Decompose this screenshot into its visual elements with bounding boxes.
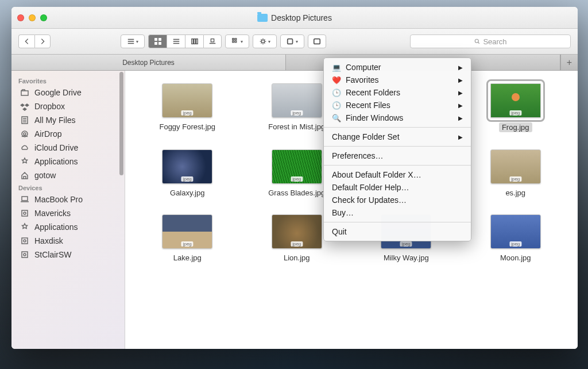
menu-item-check-for-updates-[interactable]: Check for Updates… bbox=[324, 194, 471, 206]
svg-rect-7 bbox=[211, 39, 214, 42]
search-field[interactable]: Search bbox=[410, 34, 571, 48]
menu-item-icon: 🔍 bbox=[332, 113, 341, 122]
sidebar-item-stclairsw[interactable]: StClairSW bbox=[11, 248, 125, 262]
file-thumbnail[interactable] bbox=[162, 214, 212, 249]
file-thumbnail[interactable] bbox=[162, 83, 212, 118]
file-name[interactable]: es.jpg bbox=[505, 189, 525, 197]
file-name[interactable]: Milky Way.jpg bbox=[384, 253, 429, 262]
menu-item-label: Favorites bbox=[346, 75, 379, 84]
sidebar-item-label: Applications bbox=[34, 222, 78, 232]
submenu-arrow-icon: ▶ bbox=[458, 134, 463, 140]
svg-point-25 bbox=[24, 253, 26, 256]
sidebar-item-haxdisk[interactable]: Haxdisk bbox=[11, 234, 125, 248]
sidebar-item-dropbox[interactable]: Dropbox bbox=[11, 99, 125, 113]
file-name[interactable]: Forest in Mist.jpg bbox=[268, 122, 325, 131]
file-thumbnail[interactable] bbox=[490, 83, 541, 118]
menu-item-recent-files[interactable]: 🕒 Recent Files ▶ bbox=[324, 99, 471, 112]
file-name[interactable]: Lake.jpg bbox=[173, 253, 202, 262]
menu-item-change-folder-set[interactable]: Change Folder Set ▶ bbox=[324, 130, 471, 143]
menu-item-quit[interactable]: Quit bbox=[324, 225, 471, 238]
sidebar-item-all-my-files[interactable]: All My Files bbox=[11, 113, 125, 127]
menu-item-label: Change Folder Set bbox=[332, 132, 400, 141]
arrange-button[interactable]: ▾ bbox=[225, 34, 249, 48]
file-thumbnail[interactable] bbox=[162, 149, 212, 184]
file-name[interactable]: Foggy Forest.jpg bbox=[159, 122, 215, 131]
file-thumbnail[interactable] bbox=[272, 214, 322, 249]
sidebar-item-gotow[interactable]: gotow bbox=[11, 168, 125, 182]
file-thumbnail[interactable] bbox=[490, 214, 541, 249]
file-thumbnail[interactable] bbox=[272, 149, 322, 184]
svg-rect-9 bbox=[235, 39, 237, 40]
sidebar-item-icon bbox=[20, 156, 30, 167]
file-name[interactable]: Frog.jpg bbox=[499, 122, 532, 132]
minimize-button[interactable] bbox=[29, 14, 36, 21]
file-item[interactable]: Galaxy.jpg bbox=[136, 149, 239, 197]
coverflow-view-button[interactable] bbox=[203, 34, 222, 48]
file-thumbnail[interactable] bbox=[490, 149, 541, 184]
menu-separator bbox=[324, 165, 471, 166]
icon-view-button[interactable] bbox=[148, 34, 167, 48]
zoom-button[interactable] bbox=[40, 14, 47, 21]
sidebar-item-icloud-drive[interactable]: iCloud Drive bbox=[11, 141, 125, 155]
sidebar-item-icon bbox=[20, 115, 30, 125]
file-item[interactable]: Lake.jpg bbox=[136, 214, 239, 262]
action-button[interactable]: ▾ bbox=[253, 34, 277, 48]
menu-item-label: Default Folder Help… bbox=[332, 183, 409, 192]
svg-point-21 bbox=[24, 212, 26, 214]
menu-item-label: Preferences… bbox=[332, 151, 383, 160]
svg-rect-6 bbox=[196, 39, 198, 44]
sidebar-item-macbook-pro[interactable]: MacBook Pro bbox=[11, 193, 125, 206]
sidebar-item-airdrop[interactable]: AirDrop bbox=[11, 127, 125, 141]
menu-item-label: Recent Folders bbox=[346, 88, 400, 97]
file-name[interactable]: Moon.jpg bbox=[500, 253, 531, 262]
menu-item-favorites[interactable]: ❤️ Favorites ▶ bbox=[324, 74, 471, 86]
sidebar-item-label: Google Drive bbox=[34, 88, 82, 97]
sidebar-toggle-button[interactable]: ▾ bbox=[121, 34, 145, 48]
dfx-folder-button[interactable] bbox=[308, 34, 326, 48]
menu-item-icon: 🕒 bbox=[332, 101, 341, 110]
svg-rect-1 bbox=[158, 39, 161, 41]
sidebar-item-icon bbox=[20, 222, 30, 232]
svg-rect-20 bbox=[22, 210, 28, 216]
tab-bar: Desktop Pictures + bbox=[11, 55, 578, 71]
tab-desktop-pictures[interactable]: Desktop Pictures bbox=[11, 55, 286, 70]
menu-item-recent-folders[interactable]: 🕒 Recent Folders ▶ bbox=[324, 86, 471, 99]
sidebar-header: Devices bbox=[11, 182, 125, 193]
file-name[interactable]: Lion.jpg bbox=[284, 253, 310, 262]
list-view-button[interactable] bbox=[167, 34, 185, 48]
sidebar-item-applications[interactable]: Applications bbox=[11, 155, 125, 168]
dfx-menu-button[interactable]: ▾ bbox=[280, 34, 304, 48]
file-name[interactable]: Galaxy.jpg bbox=[170, 189, 204, 197]
sidebar-item-applications[interactable]: Applications bbox=[11, 220, 125, 234]
new-tab-button[interactable]: + bbox=[560, 55, 578, 70]
submenu-arrow-icon: ▶ bbox=[458, 90, 463, 96]
file-name[interactable]: Grass Blades.jpg bbox=[268, 189, 325, 197]
forward-button[interactable] bbox=[34, 34, 51, 48]
file-item[interactable]: es.jpg bbox=[464, 149, 568, 197]
menu-item-icon: 💻 bbox=[332, 63, 341, 72]
toolbar: ▾ ▾ ▾ ▾ Search bbox=[11, 29, 578, 55]
sidebar-item-label: StClairSW bbox=[34, 250, 72, 259]
finder-window: Desktop Pictures ▾ ▾ ▾ ▾ bbox=[11, 7, 578, 349]
sidebar-item-label: iCloud Drive bbox=[34, 143, 78, 152]
menu-item-computer[interactable]: 💻 Computer ▶ bbox=[324, 61, 471, 74]
folder-icon bbox=[257, 14, 268, 22]
sidebar-scrollbar[interactable] bbox=[119, 72, 123, 175]
column-view-button[interactable] bbox=[185, 34, 203, 48]
sidebar-item-mavericks[interactable]: Mavericks bbox=[11, 206, 125, 220]
sidebar-item-google-drive[interactable]: Google Drive bbox=[11, 86, 125, 99]
menu-item-default-folder-help-[interactable]: Default Folder Help… bbox=[324, 181, 471, 194]
file-item[interactable]: Frog.jpg bbox=[464, 83, 568, 132]
menu-item-finder-windows[interactable]: 🔍 Finder Windows ▶ bbox=[324, 112, 471, 124]
back-button[interactable] bbox=[18, 34, 34, 48]
menu-item-about-default-folder-x-[interactable]: About Default Folder X… bbox=[324, 168, 471, 181]
submenu-arrow-icon: ▶ bbox=[458, 102, 463, 109]
menu-item-buy-[interactable]: Buy… bbox=[324, 206, 471, 219]
close-button[interactable] bbox=[17, 14, 24, 21]
file-item[interactable]: Foggy Forest.jpg bbox=[136, 83, 239, 132]
file-thumbnail[interactable] bbox=[272, 83, 322, 118]
menu-item-preferences-[interactable]: Preferences… bbox=[324, 149, 471, 162]
file-item[interactable]: Moon.jpg bbox=[464, 214, 568, 262]
svg-point-17 bbox=[24, 133, 26, 135]
window-title: Desktop Pictures bbox=[257, 13, 332, 22]
